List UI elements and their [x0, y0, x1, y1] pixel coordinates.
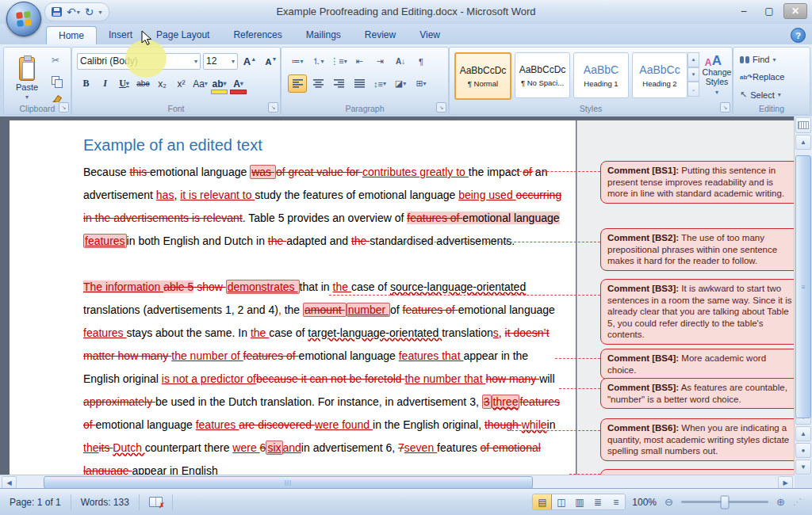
- style-normal[interactable]: AaBbCcDc ¶ Normal: [454, 52, 511, 100]
- zoom-slider[interactable]: [681, 501, 768, 503]
- print-layout-view-button[interactable]: ▤: [533, 494, 552, 509]
- vertical-scrollbar[interactable]: ▲ ▼ ▲ ● ▼: [794, 116, 812, 475]
- bullets-button[interactable]: ≔▾: [288, 52, 307, 71]
- tab-review[interactable]: Review: [353, 26, 408, 44]
- paragraph-2[interactable]: The information able 5 show demonstrates…: [83, 276, 565, 483]
- shading-dropdown-icon[interactable]: ▾: [403, 80, 406, 87]
- style-heading2[interactable]: AaBbCc Heading 2: [632, 52, 688, 98]
- comment-balloon[interactable]: Comment [BS6]: When you are indicating a…: [600, 418, 802, 461]
- align-right-button[interactable]: [329, 74, 348, 93]
- change-styles-button[interactable]: A Change Styles ▾: [702, 51, 732, 103]
- bold-button[interactable]: B: [77, 74, 95, 93]
- subscript-button[interactable]: x₂: [153, 74, 171, 93]
- change-case-button[interactable]: Aa▾: [191, 74, 209, 93]
- highlight-dropdown-icon[interactable]: ▾: [224, 80, 227, 87]
- multilevel-list-button[interactable]: ⋮≡▾: [329, 52, 348, 71]
- superscript-button[interactable]: x²: [172, 74, 190, 93]
- change-case-dropdown-icon[interactable]: ▾: [205, 80, 208, 87]
- scroll-right-button[interactable]: ▶: [778, 476, 793, 489]
- zoom-level-indicator[interactable]: 100%: [632, 497, 657, 508]
- view-ruler-button[interactable]: [795, 117, 811, 133]
- line-spacing-button[interactable]: ↕≡▾: [370, 74, 389, 93]
- proofing-status-button[interactable]: ✗: [140, 494, 173, 510]
- replace-button[interactable]: ab↷ Replace: [740, 72, 784, 82]
- window-resize-grip[interactable]: ⋰: [793, 497, 801, 507]
- font-color-dropdown-icon[interactable]: ▾: [240, 80, 243, 87]
- tab-home[interactable]: Home: [46, 26, 97, 44]
- office-button[interactable]: [6, 2, 41, 36]
- tab-references[interactable]: References: [221, 26, 293, 44]
- align-left-button[interactable]: [288, 74, 307, 93]
- style-heading1[interactable]: AaBbC Heading 1: [573, 52, 629, 98]
- page-count-indicator[interactable]: Page: 1 of 1: [0, 494, 71, 510]
- next-page-button[interactable]: ▼: [795, 460, 811, 475]
- styles-scroll-up-button[interactable]: ▲: [688, 52, 699, 67]
- draft-view-button[interactable]: ≡: [607, 494, 625, 509]
- change-styles-dropdown-icon[interactable]: ▾: [715, 88, 718, 97]
- vertical-scroll-track[interactable]: [795, 151, 811, 409]
- numbering-dropdown-icon[interactable]: ▾: [320, 58, 324, 65]
- justify-button[interactable]: [350, 74, 369, 93]
- sort-button[interactable]: A↓: [391, 52, 410, 71]
- previous-page-button[interactable]: ▲: [795, 426, 811, 441]
- tab-view[interactable]: View: [408, 26, 452, 44]
- paragraph-1[interactable]: Because this emotional language was of g…: [83, 161, 565, 253]
- grow-font-button[interactable]: A▲: [240, 52, 259, 70]
- paragraph-dialog-launcher[interactable]: ↘: [436, 102, 446, 113]
- document-page[interactable]: Example of an edited text Because this e…: [10, 120, 576, 489]
- style-no-spacing[interactable]: AaBbCcDc ¶ No Spaci...: [515, 52, 570, 98]
- line-spacing-dropdown-icon[interactable]: ▾: [383, 80, 386, 87]
- select-button[interactable]: ↖ Select ▾: [740, 90, 781, 100]
- scroll-left-button[interactable]: ◀: [2, 476, 17, 489]
- fullscreen-reading-view-button[interactable]: ◫: [552, 494, 570, 509]
- comment-balloon[interactable]: Comment [BS1]: Putting this sentence in …: [600, 161, 802, 204]
- increase-indent-button[interactable]: ⇥: [370, 52, 389, 71]
- comment-balloon[interactable]: Comment [BS2]: The use of too many prepo…: [600, 228, 802, 271]
- underline-button[interactable]: U▾: [115, 74, 133, 93]
- underline-dropdown-icon[interactable]: ▾: [126, 80, 129, 87]
- font-size-combo[interactable]: 12 ▾: [203, 53, 238, 70]
- paste-dropdown-icon[interactable]: ▾: [25, 93, 29, 101]
- cut-button[interactable]: ✂: [47, 52, 64, 68]
- find-button[interactable]: Find ▾: [740, 55, 776, 64]
- align-center-button[interactable]: [308, 74, 327, 93]
- shading-button[interactable]: ◪▾: [391, 74, 410, 93]
- close-button[interactable]: ✕: [783, 3, 807, 19]
- horizontal-scroll-thumb[interactable]: |||: [44, 476, 533, 489]
- styles-dialog-launcher[interactable]: ↘: [720, 102, 730, 113]
- multilevel-dropdown-icon[interactable]: ▾: [344, 58, 347, 65]
- horizontal-scrollbar[interactable]: ◀ ||| ▶: [0, 475, 795, 489]
- paste-button[interactable]: Paste ▾: [9, 52, 45, 103]
- styles-scroll-down-button[interactable]: ▼: [688, 67, 699, 82]
- vertical-scroll-thumb[interactable]: [795, 155, 811, 418]
- shrink-font-button[interactable]: A▼: [262, 52, 281, 70]
- numbering-button[interactable]: ⒈▾: [308, 52, 327, 71]
- bullets-dropdown-icon[interactable]: ▾: [300, 58, 303, 65]
- word-count-indicator[interactable]: Words: 133: [71, 494, 140, 510]
- clipboard-dialog-launcher[interactable]: ↘: [59, 102, 69, 113]
- web-layout-view-button[interactable]: ▥: [570, 494, 588, 509]
- select-browse-object-button[interactable]: ●: [795, 443, 811, 458]
- zoom-slider-thumb[interactable]: [721, 495, 730, 509]
- decrease-indent-button[interactable]: ⇤: [350, 52, 369, 71]
- help-button[interactable]: ?: [791, 28, 806, 43]
- comment-balloon[interactable]: Comment [BS5]: As features are countable…: [600, 378, 802, 409]
- outline-view-button[interactable]: ≣: [588, 494, 607, 509]
- copy-button[interactable]: [47, 72, 64, 88]
- zoom-out-button[interactable]: ⊖: [663, 496, 675, 508]
- comment-balloon[interactable]: Comment [BS4]: More academic word choice…: [600, 349, 802, 380]
- styles-more-button[interactable]: ⌄: [688, 82, 699, 97]
- comment-balloon[interactable]: Comment [BS3]: It is awkward to start tw…: [600, 279, 802, 345]
- maximize-button[interactable]: ▢: [758, 4, 780, 18]
- show-hide-marks-button[interactable]: ¶: [412, 52, 431, 71]
- zoom-in-button[interactable]: ⊕: [775, 496, 787, 508]
- minimize-button[interactable]: –: [733, 4, 755, 18]
- scroll-up-button[interactable]: ▲: [795, 135, 811, 150]
- font-dialog-launcher[interactable]: ↘: [268, 102, 278, 113]
- borders-dropdown-icon[interactable]: ▾: [423, 80, 427, 87]
- borders-button[interactable]: ⊞▾: [412, 74, 431, 93]
- highlight-button[interactable]: ab▾: [210, 74, 228, 93]
- italic-button[interactable]: I: [96, 74, 114, 93]
- tab-mailings[interactable]: Mailings: [294, 26, 353, 44]
- font-color-button[interactable]: A▾: [229, 74, 247, 93]
